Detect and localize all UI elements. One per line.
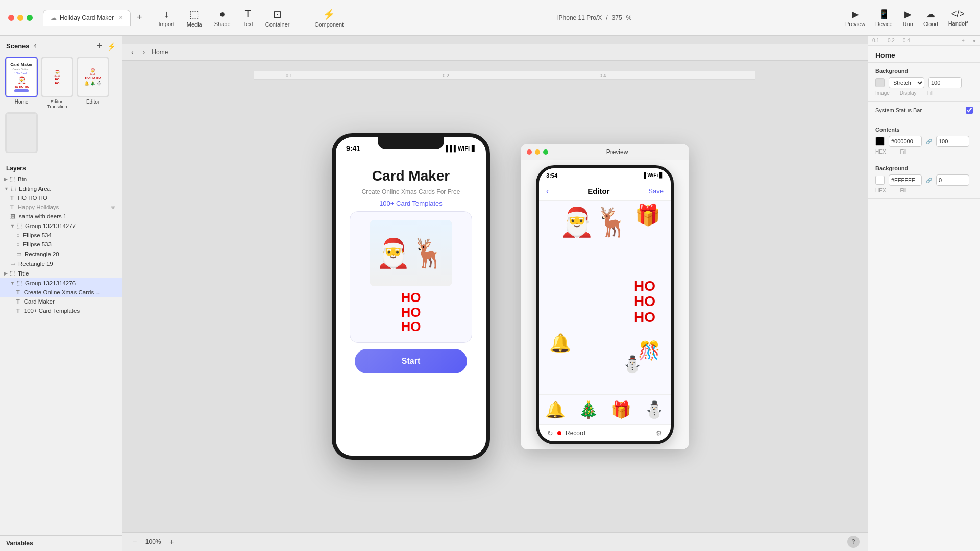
layer-create-online-label: Create Online Xmas Cards ... xyxy=(24,289,101,295)
preview-phone: 3:54 ▐ WiFi ▋ ‹ Editor Save 🎅🦌 � xyxy=(536,165,674,444)
right-bg2-color-input[interactable] xyxy=(889,174,922,186)
layer-happy-holidays-T-icon: T xyxy=(10,204,14,210)
preview-phone-time: 3:54 xyxy=(546,172,557,179)
auto-animate-button[interactable]: ⚡ xyxy=(107,42,116,51)
right-system-status-row: System Status Bar xyxy=(875,107,973,114)
right-bg-image-swatch[interactable] xyxy=(875,78,885,87)
tab-bar: ☁ Holiday Card Maker ✕ + xyxy=(43,10,146,26)
zoom-out-button[interactable]: − xyxy=(131,537,139,547)
layer-editing-area-label: Editing Area xyxy=(19,186,51,192)
close-window-control[interactable] xyxy=(8,15,14,21)
app-templates-link[interactable]: 100+ Card Templates xyxy=(379,199,443,207)
right-system-status-section: System Status Bar xyxy=(868,102,980,121)
preview-sticker-snowman[interactable]: ⛄ xyxy=(644,400,665,419)
start-button[interactable]: Start xyxy=(355,349,467,373)
layer-group-1321314276[interactable]: ▼ ⬚ Group 1321314276 xyxy=(0,278,122,288)
right-bg2-fill-input[interactable] xyxy=(936,174,969,186)
scene-editor-preview: 🎅 HO HO HO 🔔 🎄 ⛄ xyxy=(78,58,108,96)
minimize-window-control[interactable] xyxy=(17,15,23,21)
layer-happy-holidays[interactable]: T Happy Holidays 👁 xyxy=(0,203,122,212)
scene-thumb-home[interactable]: Card Maker Create Online... 100+ Card...… xyxy=(5,57,38,109)
right-contents-hex-label: HEX xyxy=(875,149,886,155)
help-button[interactable]: ? xyxy=(847,536,860,548)
right-bg-display-select[interactable]: Stretch xyxy=(889,77,924,88)
layer-rectangle-19[interactable]: ▭ Rectangle 19 xyxy=(0,259,122,268)
preview-refresh-icon[interactable]: ↻ xyxy=(547,429,553,437)
layer-card-maker[interactable]: T Card Maker xyxy=(0,297,122,306)
top-bar: ☁ Holiday Card Maker ✕ + ↓ Import ⬚ Medi… xyxy=(0,0,980,36)
preview-sticker-bell[interactable]: 🔔 xyxy=(545,400,566,419)
component-tool[interactable]: ⚡ Component xyxy=(314,8,344,28)
scene-thumb-blank[interactable] xyxy=(5,112,38,155)
right-panel-title: Home xyxy=(868,46,980,63)
layer-rectangle-19-rect-icon: ▭ xyxy=(10,260,15,267)
canvas-back-button[interactable]: ‹ xyxy=(129,47,136,57)
preview-sticker-ornament[interactable]: 🎄 xyxy=(578,400,599,419)
shape-tool[interactable]: ● Shape xyxy=(214,8,231,27)
layer-santa-deers-label: santa with deers 1 xyxy=(19,213,66,219)
canvas-forward-button[interactable]: › xyxy=(140,47,148,57)
preview-save-button[interactable]: Save xyxy=(648,187,664,195)
scene-thumb-editor-transition[interactable]: 🎅 HO HO Editor-Transition xyxy=(41,57,74,109)
preview-gear-icon[interactable]: ⚙ xyxy=(656,429,663,437)
tab-close-button[interactable]: ✕ xyxy=(119,15,123,20)
active-tab[interactable]: ☁ Holiday Card Maker ✕ xyxy=(43,10,131,26)
import-tool[interactable]: ↓ Import xyxy=(159,8,175,27)
layer-100-card-templates-label: 100+ Card Templates xyxy=(24,308,80,314)
battery-icon: ▋ xyxy=(472,145,476,152)
layer-ho-ho-ho-T-icon: T xyxy=(10,195,14,201)
right-bg-fill-input[interactable] xyxy=(928,77,962,88)
preview-close-control[interactable] xyxy=(527,149,532,155)
scene-thumb-editor[interactable]: 🎅 HO HO HO 🔔 🎄 ⛄ Editor xyxy=(77,57,109,109)
add-scene-button[interactable]: + xyxy=(96,41,102,52)
handoff-tool[interactable]: </> Handoff xyxy=(948,9,968,27)
layer-rectangle-20[interactable]: ▭ Rectangle 20 xyxy=(0,249,122,259)
layer-create-online-xmas[interactable]: T Create Online Xmas Cards ... xyxy=(0,288,122,297)
layer-santa-deers[interactable]: 🖼 santa with deers 1 xyxy=(0,212,122,221)
ruler-plus-icon[interactable]: + xyxy=(962,38,965,43)
scenes-grid: Card Maker Create Online... 100+ Card...… xyxy=(0,55,122,160)
layer-btn[interactable]: ▶ ⬚ Btn xyxy=(0,174,122,184)
container-tool[interactable]: ⊡ Container xyxy=(265,8,290,28)
scenes-actions: + ⚡ xyxy=(96,41,116,52)
cloud-tool[interactable]: ☁ Cloud xyxy=(923,9,938,27)
preview-editor-title: Editor xyxy=(549,187,648,195)
preview-santa-sticker: 🎅🦌 xyxy=(559,206,630,239)
phone-time: 9:41 xyxy=(346,144,360,153)
right-system-status-checkbox[interactable] xyxy=(966,107,973,114)
layer-group-1321314277[interactable]: ▼ ⬚ Group 1321314277 xyxy=(0,221,122,231)
window-controls xyxy=(8,15,33,21)
layer-ellipse-534[interactable]: ○ Ellipse 534 xyxy=(0,231,122,240)
layer-ho-ho-ho[interactable]: T HO HO HO xyxy=(0,193,122,203)
preview-sticker-gift[interactable]: 🎁 xyxy=(611,400,631,419)
layer-ellipse-533[interactable]: ○ Ellipse 533 xyxy=(0,240,122,249)
right-contents-color-input[interactable] xyxy=(889,136,922,147)
layer-happy-holidays-eye-icon: 👁 xyxy=(111,205,116,210)
preview-tool[interactable]: ▶ Preview xyxy=(845,9,865,27)
media-tool[interactable]: ⬚ Media xyxy=(187,8,202,28)
scenes-header: Scenes 4 + ⚡ xyxy=(0,36,122,55)
zoom-in-button[interactable]: + xyxy=(167,537,176,547)
preview-minimize-control[interactable] xyxy=(535,149,540,155)
right-bg2-swatch[interactable] xyxy=(875,176,885,185)
start-button-label: Start xyxy=(402,357,420,366)
maximize-window-control[interactable] xyxy=(27,15,33,21)
canvas-content[interactable]: 9:41 ▐▐▐ WiFi ▋ Card Maker Create Online… xyxy=(122,61,868,532)
preview-maximize-control[interactable] xyxy=(543,149,548,155)
run-tool[interactable]: ▶ Run xyxy=(903,9,913,27)
right-image-label: Image xyxy=(875,90,890,96)
preview-panel: Preview 3:54 ▐ WiFi ▋ ‹ Editor Save xyxy=(521,144,689,449)
layer-btn-arrow: ▶ xyxy=(4,177,8,182)
layer-100-card-templates[interactable]: T 100+ Card Templates xyxy=(0,306,122,315)
layer-title[interactable]: ▶ ⬚ Title xyxy=(0,268,122,278)
ruler-dot-icon: ● xyxy=(973,38,976,43)
text-tool[interactable]: T Text xyxy=(243,8,253,27)
right-contents-fill-input[interactable] xyxy=(936,136,969,147)
layer-editing-area-arrow: ▼ xyxy=(4,186,9,191)
layer-editing-area[interactable]: ▼ ⬚ Editing Area xyxy=(0,184,122,193)
device-tool[interactable]: 📱 Device xyxy=(875,9,893,27)
preview-phone-status-icons: ▐ WiFi ▋ xyxy=(642,172,664,178)
signal-icon: ▐▐▐ xyxy=(444,145,455,152)
new-tab-button[interactable]: + xyxy=(133,10,146,25)
right-contents-swatch[interactable] xyxy=(875,137,885,146)
